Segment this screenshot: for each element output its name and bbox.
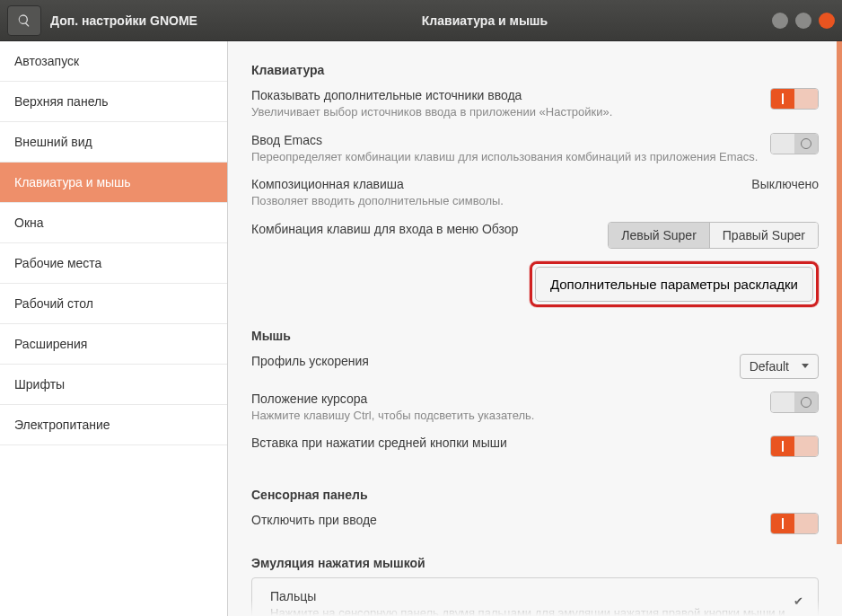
emacs-toggle[interactable] [770, 133, 819, 154]
sidebar-item-workspaces[interactable]: Рабочие места [0, 243, 227, 284]
sidebar-item-power[interactable]: Электропитание [0, 405, 227, 445]
window-title: Клавиатура и мышь [422, 13, 548, 28]
emulation-fingers-title: Пальцы [270, 589, 786, 603]
row-emacs-input: Ввод Emacs Переопределяет комбинации кла… [251, 129, 819, 174]
pointer-location-toggle[interactable] [770, 392, 819, 413]
sidebar-item-desktop[interactable]: Рабочий стол [0, 284, 227, 324]
overview-label: Комбинация клавиш для входа в меню Обзор [251, 222, 597, 236]
sidebar-item-windows[interactable]: Окна [0, 203, 227, 243]
emacs-desc: Переопределяет комбинации клавиш для исп… [251, 149, 759, 165]
accel-profile-value: Default [750, 359, 789, 374]
extra-sources-toggle[interactable] [770, 88, 819, 110]
row-accel-profile: Профиль ускорения Default [251, 350, 819, 388]
row-overview-shortcut: Комбинация клавиш для входа в меню Обзор… [251, 218, 819, 258]
titlebar: Доп. настройки GNOME Клавиатура и мышь [0, 0, 842, 41]
emulation-title: Эмуляция нажатия мышкой [251, 556, 819, 570]
emacs-label: Ввод Emacs [251, 133, 759, 147]
row-middle-paste: Вставка при нажатии средней кнопки мыши [251, 432, 819, 466]
sidebar-item-extensions[interactable]: Расширения [0, 324, 227, 365]
accel-profile-dropdown[interactable]: Default [740, 354, 819, 379]
sidebar-item-appearance[interactable]: Внешний вид [0, 122, 227, 163]
accel-label: Профиль ускорения [251, 354, 729, 368]
row-disable-while-typing: Отключить при вводе [251, 509, 819, 543]
overview-super-selector: Левый Super Правый Super [608, 222, 819, 249]
section-touchpad: Сенсорная панель [251, 488, 819, 502]
close-button[interactable] [819, 13, 835, 29]
section-keyboard: Клавиатура [251, 63, 819, 77]
overview-left-super[interactable]: Левый Super [609, 223, 710, 248]
additional-layout-options-button[interactable]: Дополнительные параметры раскладки [535, 267, 813, 302]
emulation-fingers-desc: Нажмите на сенсорную панель двумя пальца… [270, 605, 786, 616]
search-icon [17, 13, 31, 28]
maximize-button[interactable] [795, 13, 811, 29]
emulation-box: Пальцы Нажмите на сенсорную панель двумя… [251, 577, 819, 616]
minimize-button[interactable] [772, 13, 788, 29]
pointer-desc: Нажмите клавишу Ctrl, чтобы подсветить у… [251, 408, 759, 424]
section-mouse: Мышь [251, 329, 819, 343]
disable-typing-toggle[interactable] [770, 513, 819, 534]
row-extra-input-sources: Показывать дополнительные источники ввод… [251, 84, 819, 129]
row-compose-key: Композиционная клавиша Позволяет вводить… [251, 173, 819, 218]
highlight-annotation: Дополнительные параметры раскладки [530, 261, 819, 307]
pointer-label: Положение курсора [251, 392, 759, 406]
window-controls [772, 13, 835, 29]
compose-label: Композиционная клавиша [251, 177, 741, 191]
sidebar-item-top-bar[interactable]: Верхняя панель [0, 82, 227, 122]
middle-paste-toggle[interactable] [770, 436, 819, 457]
sidebar-item-keyboard-mouse[interactable]: Клавиатура и мышь [0, 163, 227, 203]
chevron-down-icon [802, 364, 809, 368]
compose-desc: Позволяет вводить дополнительные символы… [251, 193, 741, 209]
emulation-fingers[interactable]: Пальцы Нажмите на сенсорную панель двумя… [252, 580, 818, 616]
middle-paste-label: Вставка при нажатии средней кнопки мыши [251, 436, 759, 450]
sidebar-item-fonts[interactable]: Шрифты [0, 365, 227, 405]
extra-sources-desc: Увеличивает выбор источников ввода в при… [251, 104, 759, 120]
search-button[interactable] [7, 5, 41, 36]
compose-status[interactable]: Выключено [751, 177, 819, 191]
check-icon: ✔ [794, 594, 803, 608]
content-pane: Клавиатура Показывать дополнительные ист… [228, 41, 842, 616]
disable-typing-label: Отключить при вводе [251, 513, 759, 527]
overview-right-super[interactable]: Правый Super [710, 223, 818, 248]
extra-sources-label: Показывать дополнительные источники ввод… [251, 88, 759, 102]
row-pointer-location: Положение курсора Нажмите клавишу Ctrl, … [251, 388, 819, 433]
sidebar: Автозапуск Верхняя панель Внешний вид Кл… [0, 41, 228, 616]
sidebar-item-autostart[interactable]: Автозапуск [0, 41, 227, 82]
app-title: Доп. настройки GNOME [50, 13, 197, 28]
scrollbar[interactable] [837, 41, 842, 544]
